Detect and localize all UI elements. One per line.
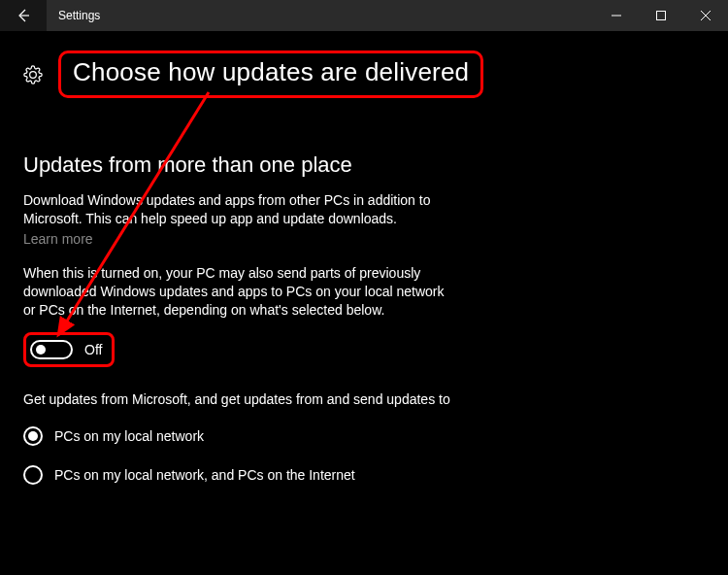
learn-more-link[interactable]: Learn more: [23, 231, 93, 247]
gear-icon: [23, 65, 43, 85]
radio-option-internet[interactable]: PCs on my local network, and PCs on the …: [23, 465, 705, 485]
back-button[interactable]: [0, 0, 47, 31]
minimize-button[interactable]: [594, 0, 639, 31]
description-2: When this is turned on, your PC may also…: [23, 264, 450, 320]
close-icon: [701, 11, 711, 20]
minimize-icon: [612, 11, 621, 20]
back-arrow-icon: [16, 8, 31, 23]
section-heading: Updates from more than one place: [23, 152, 705, 178]
maximize-icon: [656, 11, 666, 20]
content-area: Choose how updates are delivered Updates…: [0, 31, 728, 524]
radio-label: PCs on my local network, and PCs on the …: [54, 467, 355, 483]
window-controls: [594, 0, 728, 31]
radio-label: PCs on my local network: [54, 428, 204, 444]
page-title-highlight: Choose how updates are delivered: [58, 51, 483, 98]
titlebar: Settings: [0, 0, 728, 31]
radio-circle-icon: [23, 426, 43, 446]
header-row: Choose how updates are delivered: [23, 51, 705, 98]
radio-prompt: Get updates from Microsoft, and get upda…: [23, 390, 450, 409]
toggle-knob: [36, 345, 46, 355]
close-button[interactable]: [683, 0, 728, 31]
delivery-toggle[interactable]: [30, 340, 73, 359]
toggle-state-label: Off: [84, 342, 102, 357]
radio-circle-icon: [23, 465, 43, 485]
window-title: Settings: [58, 9, 100, 22]
maximize-button[interactable]: [639, 0, 683, 31]
radio-option-local[interactable]: PCs on my local network: [23, 426, 705, 446]
page-title: Choose how updates are delivered: [73, 57, 469, 87]
toggle-highlight: Off: [23, 332, 115, 367]
description-1: Download Windows updates and apps from o…: [23, 191, 450, 228]
svg-rect-2: [657, 12, 666, 20]
toggle-row: Off: [23, 332, 705, 367]
radio-group: PCs on my local network PCs on my local …: [23, 426, 705, 485]
